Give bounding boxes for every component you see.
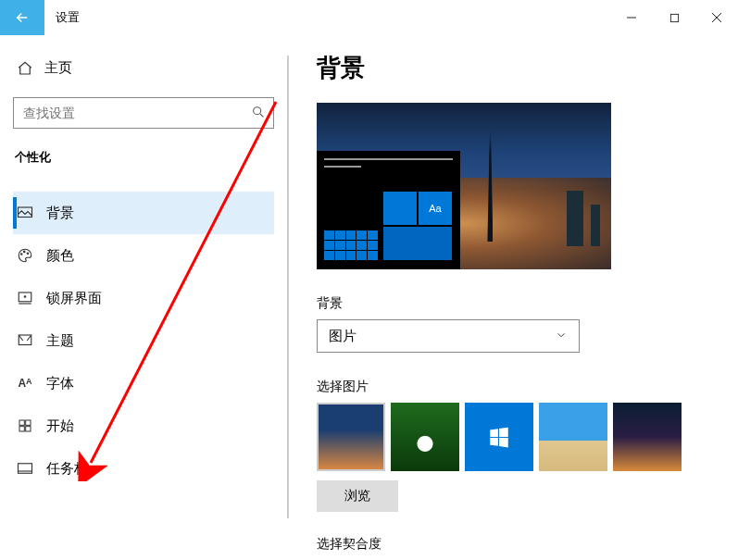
start-icon: [17, 418, 33, 433]
svg-rect-14: [19, 420, 24, 425]
desktop-preview: Aa: [317, 103, 611, 269]
search-input[interactable]: [21, 105, 251, 121]
app-title: 设置: [56, 9, 80, 26]
windows-logo-icon: [487, 425, 511, 449]
minimize-button[interactable]: [610, 0, 653, 35]
maximize-icon: [669, 13, 680, 23]
window-controls: [610, 0, 738, 35]
chevron-down-icon: [555, 329, 568, 344]
svg-point-9: [27, 253, 29, 255]
thumbnail-4[interactable]: [613, 403, 682, 471]
scrollbar-track[interactable]: [287, 56, 289, 518]
sidebar: 主页 个性化 背景 颜色: [0, 35, 287, 560]
browse-label: 浏览: [344, 488, 370, 504]
close-button[interactable]: [695, 0, 738, 35]
main-content: 背景 Aa 背景 图片 选择图片: [287, 35, 738, 560]
background-icon: [17, 205, 33, 221]
nav-label: 锁屏界面: [46, 290, 102, 307]
maximize-button[interactable]: [653, 0, 695, 35]
svg-point-4: [254, 106, 261, 114]
lockscreen-icon: [17, 290, 33, 306]
nav-item-taskbar[interactable]: 任务栏: [13, 447, 274, 490]
back-button[interactable]: [0, 0, 44, 35]
fit-label: 选择契合度: [317, 536, 738, 553]
preview-aa-tile: Aa: [419, 192, 452, 225]
category-header: 个性化: [13, 149, 274, 166]
thumbnail-3[interactable]: [539, 403, 607, 471]
nav-list: 背景 颜色 锁屏界面 主题 AA: [13, 192, 274, 490]
svg-rect-13: [19, 335, 31, 345]
home-label: 主页: [44, 59, 72, 77]
svg-line-5: [260, 114, 263, 117]
colors-icon: [17, 247, 33, 264]
svg-rect-15: [26, 420, 31, 425]
search-icon: [251, 105, 266, 122]
nav-label: 任务栏: [46, 460, 88, 478]
svg-point-12: [24, 296, 26, 298]
choose-picture-label: 选择图片: [317, 379, 738, 395]
nav-label: 背景: [46, 205, 74, 222]
svg-rect-1: [670, 14, 678, 21]
background-select-value: 图片: [329, 328, 356, 345]
title-bar-left: 设置: [0, 0, 80, 35]
nav-item-themes[interactable]: 主题: [13, 319, 274, 362]
fonts-icon: AA: [17, 377, 33, 390]
nav-label: 字体: [46, 375, 74, 392]
search-box[interactable]: [13, 97, 274, 129]
thumbnail-1[interactable]: [391, 403, 459, 471]
page-title: 背景: [317, 52, 738, 84]
nav-label: 主题: [46, 332, 74, 350]
home-icon: [17, 60, 33, 77]
arrow-left-icon: [14, 9, 31, 26]
thumbnail-0[interactable]: [317, 403, 385, 471]
picture-thumbnails: [317, 403, 738, 471]
nav-label: 颜色: [46, 247, 74, 265]
browse-button[interactable]: 浏览: [317, 480, 398, 512]
svg-rect-16: [19, 427, 24, 431]
taskbar-icon: [17, 460, 33, 477]
minimize-icon: [626, 12, 637, 23]
svg-point-8: [24, 251, 26, 253]
svg-point-7: [21, 254, 23, 255]
nav-label: 开始: [46, 417, 74, 435]
background-select[interactable]: 图片: [317, 319, 580, 353]
themes-icon: [17, 332, 33, 349]
background-label: 背景: [317, 295, 738, 312]
title-bar: 设置: [0, 0, 738, 35]
nav-item-fonts[interactable]: AA 字体: [13, 362, 274, 404]
svg-rect-18: [19, 464, 32, 474]
nav-item-colors[interactable]: 颜色: [13, 234, 274, 277]
nav-item-start[interactable]: 开始: [13, 404, 274, 447]
preview-start-menu: Aa: [317, 151, 460, 269]
close-icon: [711, 12, 722, 23]
thumbnail-2[interactable]: [465, 403, 533, 471]
nav-item-lockscreen[interactable]: 锁屏界面: [13, 277, 274, 319]
home-link[interactable]: 主页: [13, 52, 274, 84]
svg-rect-17: [26, 427, 31, 431]
nav-item-background[interactable]: 背景: [13, 192, 274, 234]
